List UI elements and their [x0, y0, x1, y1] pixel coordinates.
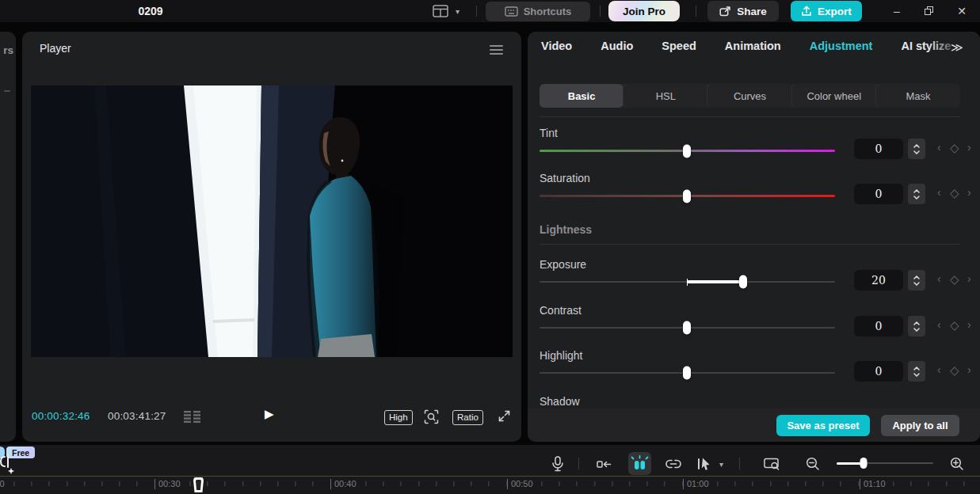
inspector-footer: Save as preset Apply to all [528, 408, 980, 442]
exposure-row: Exposure 20 ‹ ◇ › [540, 258, 972, 302]
aspect-ratio-button[interactable]: Ratio [452, 410, 483, 425]
saturation-slider[interactable] [540, 195, 835, 197]
tab-video[interactable]: Video [541, 40, 572, 52]
keyframe-next-button[interactable]: › [967, 318, 971, 331]
ruler-label: 00:20 [0, 479, 7, 489]
tab-animation[interactable]: Animation [725, 40, 781, 52]
saturation-stepper[interactable] [908, 184, 925, 204]
exposure-slider[interactable] [540, 281, 835, 283]
contrast-slider-handle[interactable] [683, 321, 691, 335]
highlight-stepper[interactable] [908, 361, 925, 382]
keyframe-add-icon[interactable]: ◇ [950, 363, 959, 378]
tab-speed[interactable]: Speed [662, 40, 696, 52]
subtab-mask[interactable]: Mask [876, 84, 960, 108]
keyframe-next-button[interactable]: › [967, 186, 971, 199]
shortcuts-label: Shortcuts [524, 6, 572, 17]
keyboard-icon [505, 6, 518, 17]
play-button[interactable]: ▶ [265, 407, 274, 421]
share-button[interactable]: Share [707, 1, 779, 21]
zoom-in-icon[interactable] [948, 454, 967, 473]
export-button[interactable]: Export [791, 1, 862, 21]
saturation-value[interactable]: 0 [854, 184, 903, 204]
subtab-curves[interactable]: Curves [707, 84, 791, 108]
playhead[interactable] [193, 477, 204, 492]
highlight-slider-handle[interactable] [683, 367, 691, 380]
tint-slider[interactable] [540, 150, 835, 152]
snapping-toggle-active[interactable] [628, 452, 651, 475]
keyframe-prev-button[interactable]: ‹ [937, 318, 941, 331]
contrast-slider[interactable] [540, 327, 835, 329]
ruler-label: 01:00 [683, 479, 711, 489]
keyframe-prev-button[interactable]: ‹ [937, 272, 941, 285]
voiceover-record-button[interactable] [548, 454, 567, 473]
fullscreen-icon[interactable] [498, 409, 511, 423]
adjustment-subtabs: Basic HSL Curves Color wheel Mask [540, 84, 960, 108]
join-pro-label: Join Pro [623, 6, 665, 17]
highlight-slider[interactable] [540, 372, 835, 374]
keyframe-next-button[interactable]: › [967, 141, 971, 154]
keyframe-prev-button[interactable]: ‹ [937, 363, 941, 376]
export-icon [801, 6, 812, 17]
save-as-preset-button[interactable]: Save as preset [776, 415, 870, 436]
join-pro-button[interactable]: Join Pro [608, 1, 680, 21]
subtab-hsl[interactable]: HSL [623, 84, 707, 108]
timeline-zoom-slider[interactable] [837, 462, 933, 464]
inspector-tabs: Video Audio Speed Animation Adjustment A… [541, 40, 980, 52]
close-button[interactable]: ✕ [952, 2, 971, 21]
contrast-value[interactable]: 0 [854, 316, 903, 336]
clip-queue-icon[interactable] [184, 411, 201, 423]
ripple-trim-button[interactable] [594, 454, 613, 473]
keyframe-add-icon[interactable]: ◇ [950, 318, 959, 332]
highlight-value[interactable]: 0 [854, 361, 903, 382]
timeline-ruler[interactable]: 00:20 00:30 00:40 00:50 01:00 01:10 [0, 477, 980, 494]
clipped-panel-title: rs [0, 44, 13, 56]
clipped-panel-item [4, 90, 10, 92]
divider [540, 244, 960, 245]
minimize-button[interactable]: – [887, 2, 906, 21]
current-timecode: 00:00:32:46 [32, 410, 90, 422]
exposure-value[interactable]: 20 [854, 270, 903, 291]
subtab-basic[interactable]: Basic [540, 84, 623, 108]
subtab-color-wheel[interactable]: Color wheel [792, 84, 876, 108]
keyframe-next-button[interactable]: › [967, 363, 971, 376]
app-window: 0209 ▾ Shortcuts Join Pro Share [0, 0, 980, 494]
cursor-tool-dropdown[interactable]: ▾ [697, 457, 723, 471]
export-label: Export [818, 6, 852, 17]
contrast-stepper[interactable] [908, 316, 925, 336]
highlight-row: Highlight 0 ‹ ◇ › [540, 349, 972, 393]
tab-adjustment[interactable]: Adjustment [810, 40, 873, 52]
keyframe-add-icon[interactable]: ◇ [950, 141, 959, 155]
clipped-tool-icons [0, 455, 17, 476]
keyframe-add-icon[interactable]: ◇ [950, 186, 959, 200]
preview-focus-icon[interactable] [424, 409, 439, 424]
playback-quality-button[interactable]: High [384, 410, 413, 425]
keyframe-prev-button[interactable]: ‹ [937, 141, 941, 154]
exposure-stepper[interactable] [908, 270, 925, 291]
timeline: Free [0, 445, 980, 494]
ruler-label: 00:40 [330, 479, 359, 489]
player-menu-button[interactable] [490, 45, 503, 55]
keyframe-next-button[interactable]: › [967, 272, 971, 285]
tab-audio[interactable]: Audio [601, 40, 633, 52]
zoom-slider-handle[interactable] [860, 458, 868, 469]
apply-to-all-button[interactable]: Apply to all [881, 415, 959, 436]
preview-axis-button[interactable] [762, 454, 781, 473]
keyframe-add-icon[interactable]: ◇ [950, 272, 959, 287]
zoom-out-icon[interactable] [803, 454, 822, 473]
tint-slider-handle[interactable] [683, 144, 691, 158]
video-preview-canvas[interactable] [31, 86, 513, 357]
tint-stepper[interactable] [908, 139, 925, 159]
tabs-overflow-chevron-icon[interactable]: ≫ [951, 40, 963, 55]
workspace-layout-button[interactable]: ▾ [433, 5, 459, 17]
keyframe-prev-button[interactable]: ‹ [937, 186, 941, 199]
shortcuts-button[interactable]: Shortcuts [486, 2, 590, 21]
tint-value[interactable]: 0 [854, 139, 903, 159]
share-label: Share [737, 6, 767, 17]
link-preview-button[interactable] [664, 454, 683, 473]
saturation-slider-handle[interactable] [683, 189, 691, 203]
exposure-slider-handle[interactable] [739, 276, 747, 289]
topbar-divider [476, 6, 477, 17]
restore-window-button[interactable] [920, 2, 939, 21]
lightness-section-header: Lightness [540, 223, 592, 236]
toolbar-divider [578, 458, 579, 469]
